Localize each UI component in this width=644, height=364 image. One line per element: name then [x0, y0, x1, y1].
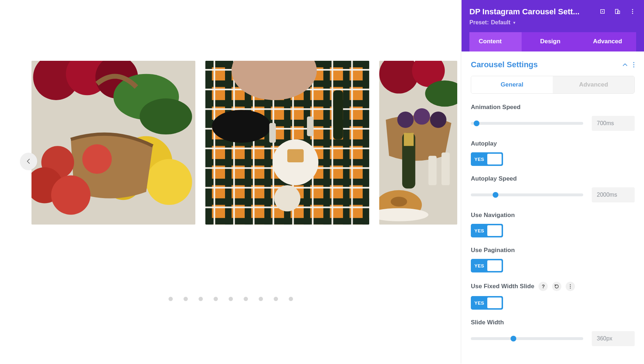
pagination-dot[interactable] — [169, 297, 173, 301]
svg-point-49 — [633, 64, 634, 65]
slide-width-slider[interactable] — [471, 337, 583, 340]
caret-down-icon: ▼ — [512, 21, 516, 25]
svg-point-42 — [602, 11, 603, 12]
tab-design[interactable]: Design — [522, 32, 579, 51]
field-use-navigation: Use Navigation YES — [471, 212, 635, 237]
use-pagination-toggle[interactable]: YES — [471, 259, 503, 272]
carousel-slide[interactable] — [379, 61, 457, 225]
subtab-general[interactable]: General — [471, 76, 553, 93]
toggle-label: YES — [471, 300, 484, 306]
carousel — [31, 61, 454, 225]
carousel-pagination — [0, 297, 462, 301]
svg-rect-26 — [307, 117, 313, 136]
pagination-dot[interactable] — [244, 297, 248, 301]
svg-rect-37 — [441, 152, 450, 185]
svg-point-39 — [391, 197, 407, 206]
field-label: Use Fixed Width Slide — [471, 283, 534, 290]
svg-point-51 — [570, 285, 571, 285]
responsive-icon[interactable] — [614, 8, 621, 15]
panel-tabs: Content Design Advanced — [469, 32, 636, 51]
toggle-knob — [487, 225, 502, 236]
field-slide-width: Slide Width 360px — [471, 319, 635, 346]
toggle-label: YES — [471, 157, 484, 162]
svg-point-20 — [212, 110, 271, 143]
pagination-dot[interactable] — [229, 297, 233, 301]
svg-rect-24 — [333, 90, 343, 139]
chevron-left-icon — [25, 158, 32, 164]
field-use-fixed-width: Use Fixed Width Slide ? YES — [471, 282, 635, 310]
toggle-label: YES — [471, 228, 484, 233]
field-label: Use Pagination — [471, 247, 515, 254]
svg-rect-36 — [428, 156, 436, 185]
autoplay-toggle[interactable]: YES — [471, 152, 503, 166]
preview-canvas — [0, 0, 462, 364]
pagination-dot[interactable] — [289, 297, 293, 301]
slide-width-value[interactable]: 360px — [592, 331, 635, 346]
autoplay-speed-slider[interactable] — [471, 193, 583, 196]
expand-icon[interactable] — [599, 8, 606, 15]
subtab-advanced[interactable]: Advanced — [553, 76, 634, 93]
preset-value: Default — [491, 19, 510, 26]
kebab-menu-icon[interactable] — [566, 282, 575, 291]
svg-point-32 — [414, 108, 430, 125]
carousel-prev-button[interactable] — [20, 153, 37, 170]
carousel-slide[interactable] — [31, 61, 195, 225]
section-header[interactable]: Carousel Settings — [471, 60, 635, 69]
use-navigation-toggle[interactable]: YES — [471, 224, 503, 237]
preset-dropdown[interactable]: Preset: Default ▼ — [469, 16, 636, 32]
svg-point-46 — [632, 11, 633, 12]
svg-point-31 — [397, 112, 414, 128]
animation-speed-value[interactable]: 700ms — [592, 116, 635, 131]
kebab-menu-icon[interactable] — [633, 62, 635, 68]
svg-point-48 — [633, 62, 634, 63]
slider-thumb[interactable] — [474, 120, 479, 126]
preset-label: Preset: — [469, 19, 489, 26]
field-label: Use Navigation — [471, 212, 515, 219]
section-title: Carousel Settings — [471, 60, 538, 69]
toggle-knob — [487, 297, 502, 308]
svg-point-45 — [632, 9, 633, 10]
svg-point-47 — [632, 13, 633, 14]
section-subtabs: General Advanced — [471, 76, 635, 94]
svg-point-33 — [430, 112, 447, 128]
field-autoplay: Autoplay YES — [471, 140, 635, 166]
svg-point-50 — [633, 67, 634, 68]
toggle-label: YES — [471, 263, 484, 269]
svg-rect-35 — [404, 133, 414, 146]
slider-thumb[interactable] — [493, 192, 498, 198]
panel-body: Carousel Settings General Advanced Anima… — [462, 51, 644, 364]
kebab-menu-icon[interactable] — [629, 8, 636, 15]
svg-point-5 — [140, 98, 192, 134]
use-fixed-width-toggle[interactable]: YES — [471, 296, 503, 310]
svg-point-12 — [82, 144, 112, 174]
pagination-dot[interactable] — [259, 297, 263, 301]
svg-point-53 — [570, 288, 571, 289]
svg-rect-25 — [269, 123, 276, 143]
pagination-dot[interactable] — [274, 297, 278, 301]
svg-rect-22 — [287, 149, 304, 162]
autoplay-speed-value[interactable]: 2000ms — [592, 187, 635, 202]
toggle-knob — [487, 154, 502, 164]
panel-header: DP Instagram Carousel Sett... Preset: De… — [462, 0, 644, 51]
svg-point-23 — [274, 185, 300, 211]
field-label: Animation Speed — [471, 104, 521, 111]
tab-advanced[interactable]: Advanced — [579, 32, 636, 51]
field-use-pagination: Use Pagination YES — [471, 247, 635, 272]
panel-title: DP Instagram Carousel Sett... — [469, 7, 591, 16]
carousel-slide[interactable] — [205, 61, 369, 225]
settings-panel: DP Instagram Carousel Sett... Preset: De… — [462, 0, 644, 364]
field-label: Autoplay — [471, 140, 497, 147]
svg-point-11 — [51, 176, 91, 215]
slider-thumb[interactable] — [511, 336, 516, 341]
tab-content[interactable]: Content — [469, 32, 522, 51]
pagination-dot[interactable] — [199, 297, 203, 301]
help-icon[interactable]: ? — [538, 282, 548, 291]
pagination-dot[interactable] — [184, 297, 188, 301]
chevron-up-icon[interactable] — [622, 62, 628, 68]
svg-point-7 — [146, 159, 192, 205]
reset-icon[interactable] — [552, 282, 561, 291]
animation-speed-slider[interactable] — [471, 122, 583, 125]
field-animation-speed: Animation Speed 700ms — [471, 104, 635, 131]
pagination-dot[interactable] — [214, 297, 218, 301]
svg-point-52 — [570, 286, 571, 287]
